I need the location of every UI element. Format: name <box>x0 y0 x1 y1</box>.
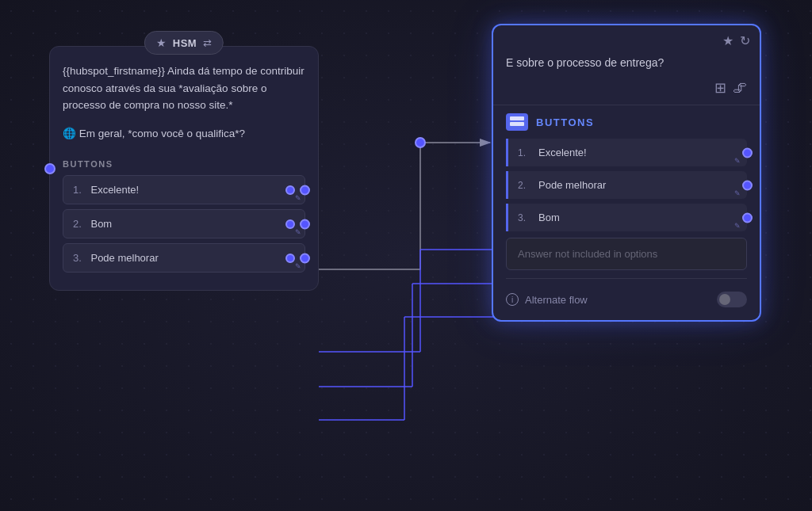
refresh-icon-right[interactable]: ↻ <box>740 33 750 48</box>
alternate-flow-label: Alternate flow <box>525 294 588 306</box>
right-node-top-bar: ★ ↻ <box>493 25 760 48</box>
right-btn-label-2: Pode melhorar <box>538 179 606 191</box>
right-btn-label-3: Bom <box>538 212 560 223</box>
edit-hint-2: ✎ <box>295 228 301 236</box>
answer-not-included: Answer not included in options <box>506 238 747 270</box>
star-icon: ★ <box>156 36 167 49</box>
left-btn-num-2: 2. <box>73 218 82 230</box>
left-button-item-2[interactable]: 2. Bom ✎ <box>63 209 305 238</box>
right-buttons-section: BUTTONS 1. Excelente! ✎ 2. Pode melhorar… <box>493 113 760 231</box>
alternate-flow-left: i Alternate flow <box>506 293 588 306</box>
right-button-item-2[interactable]: 2. Pode melhorar ✎ <box>506 171 747 199</box>
right-buttons-header: BUTTONS <box>506 113 747 131</box>
alternate-flow: i Alternate flow <box>493 287 760 307</box>
right-btn-label-1: Excelente! <box>538 147 587 158</box>
edit-hint-1: ✎ <box>295 194 301 202</box>
star-icon-right[interactable]: ★ <box>722 33 733 48</box>
left-btn-connector-1 <box>300 185 310 195</box>
edit-hint-3: ✎ <box>295 262 301 270</box>
left-btn-num-1: 1. <box>73 184 82 196</box>
message-text-1: {{hubspot_firstname}} Ainda dá tempo de … <box>63 63 305 114</box>
right-btn-num-1: 1. <box>518 147 532 158</box>
right-edit-hint-3: ✎ <box>734 222 741 230</box>
add-icon[interactable]: ⊞ <box>714 79 726 97</box>
left-btn-label-2: 2. Bom <box>73 218 279 230</box>
right-node: ★ ↻ E sobre o processo de entrega? ⊞ 🖇 B… <box>492 24 761 322</box>
right-edit-hint-1: ✎ <box>734 157 741 165</box>
left-buttons-section: BUTTONS 1. Excelente! ✎ 2. Bom ✎ <box>50 159 318 273</box>
right-btn-num-2: 2. <box>518 180 532 191</box>
right-node-question: E sobre o processo de entrega? <box>493 48 760 76</box>
buttons-icon <box>506 113 528 131</box>
right-btn-dot-3 <box>742 212 753 223</box>
info-icon: i <box>506 293 519 306</box>
right-btn-dot-1 <box>742 147 753 158</box>
left-btn-dot-1 <box>285 185 295 195</box>
left-btn-label-1: 1. Excelente! <box>73 184 279 196</box>
message-text-2: 🌐 Em geral, *como você o qualifica*? <box>63 125 305 143</box>
left-btn-label-3: 3. Pode melhorar <box>73 252 279 264</box>
right-btn-dot-2 <box>742 180 753 190</box>
left-btn-dot-2 <box>285 219 295 229</box>
right-node-actions: ⊞ 🖇 <box>493 76 760 105</box>
section-divider <box>506 278 747 279</box>
left-connector-dot <box>44 163 56 174</box>
left-button-item-1[interactable]: 1. Excelente! ✎ <box>63 175 305 204</box>
left-buttons-label: BUTTONS <box>63 159 305 169</box>
right-btn-num-3: 3. <box>518 212 532 223</box>
left-btn-connector-2 <box>300 219 310 229</box>
right-button-item-3[interactable]: 3. Bom ✎ <box>506 204 747 231</box>
right-button-item-1[interactable]: 1. Excelente! ✎ <box>506 139 747 166</box>
left-btn-num-3: 3. <box>73 252 82 264</box>
alternate-flow-toggle[interactable] <box>717 292 747 307</box>
left-node-content: {{hubspot_firstname}} Ainda dá tempo de … <box>50 47 318 159</box>
left-button-item-3[interactable]: 3. Pode melhorar ✎ <box>63 243 305 273</box>
left-btn-dot-3 <box>285 254 295 263</box>
left-node: ★ HSM ⇄ {{hubspot_firstname}} Ainda dá t… <box>49 46 319 291</box>
attachment-icon[interactable]: 🖇 <box>733 80 747 97</box>
right-buttons-label: BUTTONS <box>536 116 594 128</box>
left-btn-connector-3 <box>300 253 310 263</box>
divider-top <box>493 105 760 105</box>
left-node-badge[interactable]: ★ HSM ⇄ <box>144 31 224 55</box>
hsm-badge-text: HSM <box>173 37 197 49</box>
shuffle-icon: ⇄ <box>203 37 212 49</box>
svg-rect-11 <box>510 116 524 120</box>
right-edit-hint-2: ✎ <box>734 189 741 197</box>
svg-rect-12 <box>510 122 524 126</box>
svg-point-10 <box>416 138 425 147</box>
